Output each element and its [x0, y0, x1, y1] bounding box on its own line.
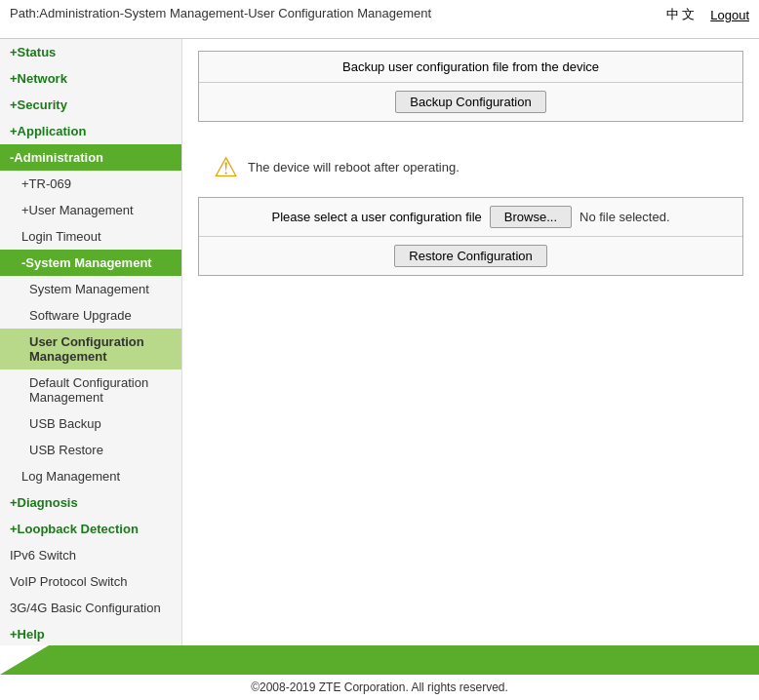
sidebar-item-security[interactable]: +Security	[0, 92, 181, 118]
sidebar-item-user-config-mgmt-label: User Configuration Management	[29, 334, 144, 364]
sidebar-item-network-label: +Network	[10, 71, 67, 86]
footer-decoration-left	[0, 645, 49, 675]
backup-description-text: Backup user configuration file from the …	[342, 59, 599, 74]
sidebar-item-loopback-detection[interactable]: +Loopback Detection	[0, 516, 181, 542]
browse-button[interactable]: Browse...	[490, 206, 572, 228]
sidebar-item-status-label: +Status	[10, 45, 56, 59]
sidebar-item-diagnosis[interactable]: +Diagnosis	[0, 489, 181, 516]
top-bar-right: 中 文 Logout	[666, 6, 749, 23]
top-bar: Path:Administration-System Management-Us…	[0, 0, 759, 39]
logout-link[interactable]: Logout	[710, 8, 749, 22]
main-area: +Status +Network +Security +Application …	[0, 39, 759, 645]
backup-section: Backup user configuration file from the …	[198, 51, 743, 122]
sidebar-item-login-timeout-label: Login Timeout	[21, 229, 101, 244]
sidebar-item-usb-restore[interactable]: USB Restore	[0, 437, 181, 463]
footer-area: ©2008-2019 ZTE Corporation. All rights r…	[0, 645, 759, 700]
sidebar-item-login-timeout[interactable]: Login Timeout	[0, 223, 181, 250]
sidebar-item-tr069[interactable]: +TR-069	[0, 171, 181, 197]
restore-label: Please select a user configuration file	[271, 210, 481, 224]
sidebar-item-log-management[interactable]: Log Management	[0, 463, 181, 489]
sidebar-item-tr069-label: +TR-069	[21, 176, 71, 191]
sidebar-item-usb-backup[interactable]: USB Backup	[0, 410, 181, 437]
restore-configuration-button[interactable]: Restore Configuration	[394, 245, 546, 267]
footer-bar-fill	[49, 645, 759, 675]
sidebar-item-help[interactable]: +Help	[0, 621, 181, 645]
sidebar-item-3g4g-basic-config[interactable]: 3G/4G Basic Configuration	[0, 595, 181, 621]
sidebar-item-usb-backup-label: USB Backup	[29, 416, 101, 431]
sidebar-item-voip-protocol-switch-label: VoIP Protocol Switch	[10, 574, 127, 589]
sidebar-item-log-management-label: Log Management	[21, 469, 120, 484]
sidebar-item-ipv6-switch[interactable]: IPv6 Switch	[0, 542, 181, 568]
sidebar-item-system-management-label: -System Management	[21, 255, 152, 270]
no-file-label: No file selected.	[579, 210, 670, 224]
restore-button-row: Restore Configuration	[199, 237, 742, 275]
sidebar-item-software-upgrade[interactable]: Software Upgrade	[0, 302, 181, 329]
sidebar-item-application[interactable]: +Application	[0, 118, 181, 144]
breadcrumb: Path:Administration-System Management-Us…	[10, 6, 431, 20]
sidebar-item-voip-protocol-switch[interactable]: VoIP Protocol Switch	[0, 568, 181, 595]
sidebar-item-network[interactable]: +Network	[0, 65, 181, 92]
sidebar-item-application-label: +Application	[10, 124, 86, 138]
sidebar-item-system-management[interactable]: -System Management	[0, 250, 181, 276]
backup-configuration-button[interactable]: Backup Configuration	[395, 91, 545, 113]
warning-text: The device will reboot after operating.	[248, 160, 459, 175]
restore-section: Please select a user configuration file …	[198, 197, 743, 276]
sidebar-item-usb-restore-label: USB Restore	[29, 443, 103, 457]
footer-copyright: ©2008-2019 ZTE Corporation. All rights r…	[0, 675, 759, 700]
content-area: Backup user configuration file from the …	[182, 39, 759, 645]
sidebar-item-user-management[interactable]: +User Management	[0, 197, 181, 223]
sidebar-item-software-upgrade-label: Software Upgrade	[29, 308, 132, 323]
backup-description-row: Backup user configuration file from the …	[199, 52, 742, 83]
sidebar-item-loopback-detection-label: +Loopback Detection	[10, 522, 139, 536]
backup-button-row: Backup Configuration	[199, 83, 742, 121]
sidebar-item-status[interactable]: +Status	[0, 39, 181, 65]
warning-box: ⚠ The device will reboot after operating…	[198, 137, 743, 197]
sidebar-item-ipv6-switch-label: IPv6 Switch	[10, 548, 76, 563]
sidebar-item-diagnosis-label: +Diagnosis	[10, 495, 78, 510]
sidebar-item-administration-label: -Administration	[10, 150, 103, 165]
restore-file-row: Please select a user configuration file …	[199, 198, 742, 237]
warning-icon: ⚠	[214, 151, 238, 183]
sidebar-item-user-config-mgmt[interactable]: User Configuration Management	[0, 329, 181, 369]
footer-bar	[0, 645, 759, 675]
language-switch[interactable]: 中 文	[666, 6, 696, 23]
sidebar-item-administration[interactable]: -Administration	[0, 144, 181, 171]
sidebar-item-security-label: +Security	[10, 97, 67, 112]
sidebar-item-default-config-mgmt-label: Default Configuration Management	[29, 375, 148, 405]
sidebar: +Status +Network +Security +Application …	[0, 39, 182, 645]
sidebar-item-3g4g-basic-config-label: 3G/4G Basic Configuration	[10, 601, 161, 615]
sidebar-item-help-label: +Help	[10, 627, 45, 642]
sidebar-item-default-config-mgmt[interactable]: Default Configuration Management	[0, 369, 181, 410]
sidebar-item-user-management-label: +User Management	[21, 203, 134, 217]
sidebar-item-system-management-sub[interactable]: System Management	[0, 276, 181, 302]
sidebar-item-system-management-sub-label: System Management	[29, 282, 149, 296]
